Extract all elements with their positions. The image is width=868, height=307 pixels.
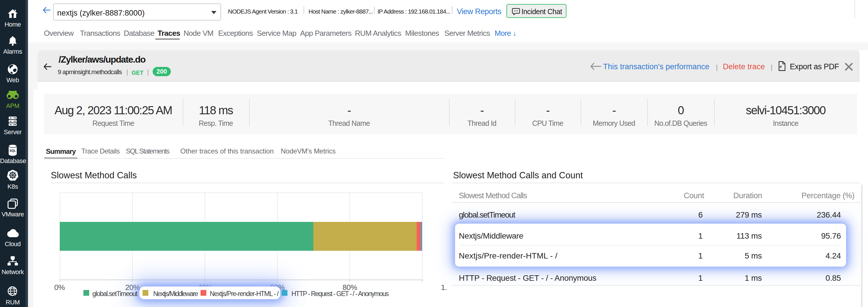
svg-text:SQL: SQL: [9, 149, 16, 152]
svg-text:P: P: [780, 65, 782, 69]
